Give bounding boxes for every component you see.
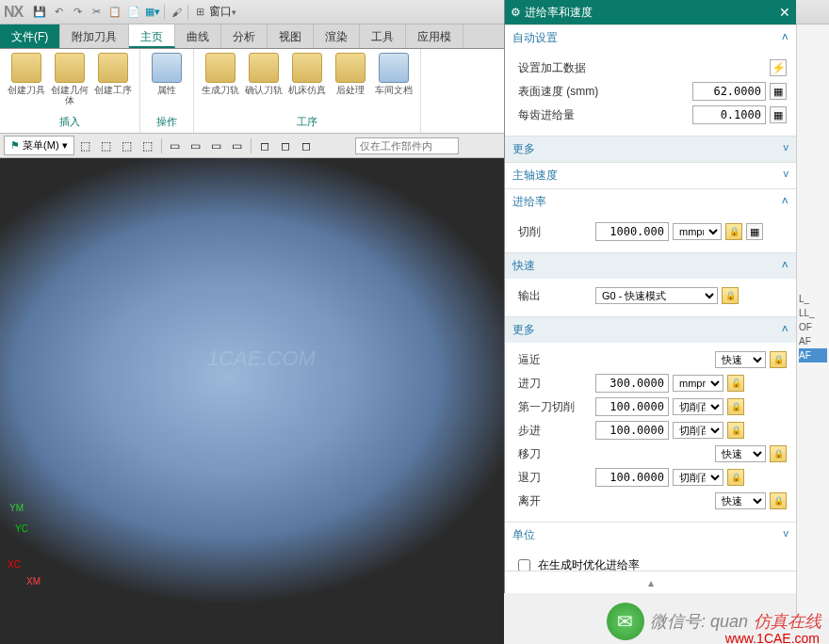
ribbon-group-actions: 属性 操作 — [140, 49, 194, 133]
tb-icon-2[interactable]: ⬚ — [97, 137, 116, 155]
chevron-up-icon: ᴧ — [782, 258, 788, 274]
tab-home[interactable]: 主页 — [129, 24, 175, 48]
window-menu-label[interactable]: 窗口 — [209, 4, 232, 20]
cut-unit-select[interactable]: mmpm — [673, 223, 722, 240]
verify-path-button[interactable]: 确认刀轨 — [243, 53, 284, 113]
section-more-header[interactable]: 更多ᴧ — [505, 316, 796, 343]
optimize-checkbox[interactable] — [518, 559, 530, 572]
properties-button[interactable]: 属性 — [146, 53, 187, 113]
tab-view[interactable]: 视图 — [268, 24, 314, 48]
tab-app[interactable]: 应用模 — [406, 24, 463, 48]
save-icon[interactable]: 💾 — [31, 4, 48, 21]
section-units-header[interactable]: 单位v — [505, 522, 796, 548]
dialog-title: 进给率和速度 — [525, 5, 593, 21]
section-auto-more[interactable]: 更多v — [505, 136, 796, 162]
depart-unit-select[interactable]: 快速 — [715, 492, 766, 509]
search-input[interactable] — [355, 137, 459, 154]
generate-path-button[interactable]: 生成刀轨 — [200, 53, 241, 113]
ribbon-group-insert: 创建刀具 创建几何体 创建工序 插入 — [0, 49, 140, 133]
output-select[interactable]: G0 - 快速模式 — [595, 287, 718, 304]
tab-addtool[interactable]: 附加刀具 — [60, 24, 129, 48]
lock-icon[interactable]: 🔒 — [770, 351, 787, 368]
cut-label: 切削 — [518, 224, 592, 240]
dialog-title-bar[interactable]: 进给率和速度 ✕ — [505, 0, 796, 24]
engage-unit-select[interactable]: mmpm — [673, 375, 723, 392]
calc-icon[interactable]: ▦ — [770, 106, 787, 123]
create-geometry-button[interactable]: 创建几何体 — [49, 53, 90, 113]
lock-icon[interactable]: 🔒 — [727, 469, 744, 486]
lock-icon[interactable]: 🔒 — [770, 445, 787, 462]
step-input[interactable] — [595, 421, 669, 440]
layout-icon[interactable]: ▦▾ — [144, 4, 161, 21]
section-spindle-header[interactable]: 主轴速度v — [505, 162, 796, 188]
section-feedrate-header[interactable]: 进给率ᴧ — [505, 188, 796, 215]
viewport-3d[interactable]: 1CAE.COM YM YC XC XM — [0, 158, 504, 644]
list-item[interactable]: L_ — [799, 292, 827, 306]
undo-icon[interactable]: ↶ — [50, 4, 67, 21]
tb-icon-11[interactable]: ◻ — [297, 137, 316, 155]
lock-icon[interactable]: 🔒 — [727, 398, 744, 415]
tab-curve[interactable]: 曲线 — [175, 24, 221, 48]
section-rapid-header[interactable]: 快速ᴧ — [505, 252, 796, 279]
tab-analysis[interactable]: 分析 — [221, 24, 268, 48]
tb-icon-3[interactable]: ⬚ — [118, 137, 137, 155]
retract-input[interactable] — [595, 468, 669, 487]
surface-speed-input[interactable] — [692, 82, 766, 101]
create-tool-button[interactable]: 创建刀具 — [6, 53, 47, 113]
lock-icon[interactable]: 🔒 — [727, 422, 744, 439]
calc-icon[interactable]: ▦ — [770, 83, 787, 100]
tab-tools[interactable]: 工具 — [360, 24, 406, 48]
feed-per-tooth-input[interactable] — [692, 105, 766, 124]
step-unit-select[interactable]: 切削百分 — [673, 422, 723, 439]
chevron-down-icon: v — [784, 168, 789, 184]
tb-icon-5[interactable]: ▭ — [166, 137, 185, 155]
firstcut-unit-select[interactable]: 切削百分 — [673, 398, 723, 415]
copy-icon[interactable]: 📋 — [106, 4, 123, 21]
feeds-speeds-dialog: 进给率和速度 ✕ 自动设置ᴧ 设置加工数据⚡ 表面速度 (smm)▦ 每齿进给量… — [504, 0, 796, 593]
dialog-footer[interactable]: ▴ — [505, 571, 796, 593]
shop-doc-button[interactable]: 车间文档 — [373, 53, 414, 113]
lightning-icon[interactable]: ⚡ — [770, 59, 787, 76]
close-icon[interactable]: ✕ — [779, 5, 790, 20]
traverse-unit-select[interactable]: 快速 — [715, 445, 766, 462]
wechat-icon: ✉ — [607, 603, 644, 640]
depart-label: 离开 — [518, 493, 592, 509]
list-item[interactable]: OF — [799, 320, 827, 334]
tb-icon-6[interactable]: ▭ — [187, 137, 205, 155]
lock-icon[interactable]: 🔒 — [722, 287, 739, 304]
retract-unit-select[interactable]: 切削百分 — [673, 469, 723, 486]
firstcut-input[interactable] — [595, 397, 669, 416]
set-data-label: 设置加工数据 — [518, 60, 586, 76]
optimize-label: 在生成时优化进给率 — [538, 557, 640, 572]
list-item[interactable]: AF — [799, 348, 827, 362]
machine-sim-button[interactable]: 机床仿真 — [286, 53, 328, 113]
lock-icon[interactable]: 🔒 — [725, 223, 742, 240]
tab-render[interactable]: 渲染 — [314, 24, 360, 48]
calc-icon[interactable]: ▦ — [746, 223, 763, 240]
cut-icon[interactable]: ✂ — [88, 4, 105, 21]
engage-label: 进刀 — [518, 376, 592, 392]
engage-input[interactable] — [595, 374, 669, 393]
window-icon[interactable]: ⊞ — [191, 4, 208, 21]
list-item[interactable]: AF — [799, 334, 827, 348]
cut-input[interactable] — [595, 222, 669, 241]
section-auto-header[interactable]: 自动设置ᴧ — [505, 24, 796, 51]
lock-icon[interactable]: 🔒 — [770, 492, 787, 509]
unlock-icon[interactable]: 🔓 — [727, 375, 744, 392]
approach-unit-select[interactable]: 快速 — [715, 351, 766, 368]
postprocess-button[interactable]: 后处理 — [330, 53, 371, 113]
tb-icon-7[interactable]: ▭ — [207, 137, 226, 155]
tb-icon-1[interactable]: ⬚ — [76, 137, 95, 155]
tb-icon-4[interactable]: ⬚ — [138, 137, 157, 155]
tb-icon-9[interactable]: ◻ — [255, 137, 274, 155]
tb-icon-8[interactable]: ▭ — [228, 137, 247, 155]
tb-icon-10[interactable]: ◻ — [276, 137, 295, 155]
tab-file[interactable]: 文件(F) — [0, 24, 60, 48]
paste-icon[interactable]: 📄 — [125, 4, 142, 21]
redo-icon[interactable]: ↷ — [69, 4, 86, 21]
list-item[interactable]: LL_ — [799, 306, 827, 320]
brush-icon[interactable]: 🖌 — [168, 4, 185, 21]
menu-button[interactable]: ⚑ 菜单(M) ▾ — [4, 136, 74, 155]
create-operation-button[interactable]: 创建工序 — [92, 53, 134, 113]
chevron-down-icon: v — [784, 141, 789, 157]
